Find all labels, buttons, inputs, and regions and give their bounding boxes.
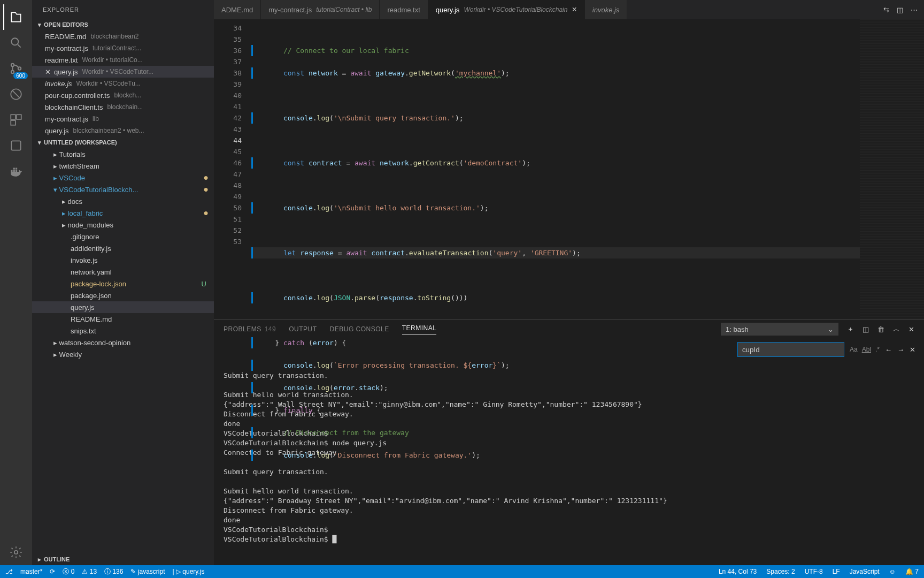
- open-editor-item[interactable]: pour-cup.controller.tsblockch...: [32, 89, 214, 101]
- file-item[interactable]: snips.txt: [32, 325, 214, 337]
- find-prev-icon[interactable]: ←: [885, 346, 892, 354]
- file-item[interactable]: package.json: [32, 290, 214, 301]
- file-item[interactable]: network.yaml: [32, 266, 214, 278]
- editor-tab[interactable]: my-contract.jstutorialContract • lib: [261, 0, 380, 19]
- extensions-icon[interactable]: [3, 107, 29, 133]
- folder-item[interactable]: ▸ Tutorials: [32, 148, 214, 160]
- svg-point-2: [11, 71, 14, 73]
- editor-tab[interactable]: query.jsWorkdir • VSCodeTutorialBlockcha…: [428, 0, 585, 19]
- editor-body[interactable]: 3435363738394041424344454647484950515253…: [214, 19, 924, 319]
- status-infos[interactable]: ⓘ 136: [104, 567, 123, 576]
- split-terminal-icon[interactable]: ◫: [863, 325, 869, 333]
- open-editor-item[interactable]: my-contract.jslib: [32, 113, 214, 125]
- editor-group: ADME.mdmy-contract.jstutorialContract • …: [214, 0, 924, 565]
- branch-name[interactable]: master*: [20, 568, 42, 575]
- trash-icon[interactable]: 🗑: [877, 325, 884, 333]
- svg-point-0: [11, 38, 18, 45]
- folder-item[interactable]: ▾ VSCodeTutorialBlockch...●: [32, 184, 214, 195]
- editor-tab[interactable]: readme.txt: [380, 0, 428, 19]
- svg-point-9: [14, 551, 18, 554]
- line-gutter: 3435363738394041424344454647484950515253: [214, 19, 251, 319]
- open-editor-item[interactable]: invoke.jsWorkdir • VSCodeTu...: [32, 78, 214, 89]
- file-item[interactable]: .gitignore: [32, 231, 214, 242]
- sidebar: EXPLORER ▾OPEN EDITORS README.mdblockcha…: [32, 0, 214, 565]
- file-item[interactable]: README.md: [32, 313, 214, 325]
- svg-rect-8: [11, 141, 20, 150]
- sync-icon[interactable]: ⟳: [50, 568, 55, 575]
- status-lang-server[interactable]: ✎ javascript: [130, 568, 165, 575]
- svg-point-1: [11, 64, 14, 66]
- file-item[interactable]: addIdentity.js: [32, 242, 214, 254]
- status-spaces[interactable]: Spaces: 2: [766, 568, 795, 575]
- folder-item[interactable]: ▸ VSCode●: [32, 172, 214, 184]
- file-item[interactable]: query.js: [32, 301, 214, 313]
- docker-icon[interactable]: [3, 158, 29, 184]
- svg-rect-6: [17, 115, 21, 119]
- open-editor-item[interactable]: README.mdblockchainbean2: [32, 31, 214, 42]
- svg-rect-5: [11, 115, 16, 119]
- search-icon[interactable]: [3, 30, 29, 56]
- match-case-icon[interactable]: Aa: [850, 346, 858, 353]
- file-item[interactable]: invoke.js: [32, 254, 214, 266]
- section-outline[interactable]: ▸OUTLINE: [32, 553, 214, 565]
- editor-tab[interactable]: invoke.js: [585, 0, 628, 19]
- status-language[interactable]: JavaScript: [850, 568, 880, 575]
- branch-icon[interactable]: ⎇: [5, 568, 13, 575]
- folder-item[interactable]: ▸ twitchStream: [32, 160, 214, 172]
- find-next-icon[interactable]: →: [897, 346, 904, 354]
- split-editor-icon[interactable]: ◫: [897, 6, 903, 14]
- explorer-icon[interactable]: [3, 4, 29, 30]
- open-editor-item[interactable]: my-contract.jstutorialContract...: [32, 42, 214, 54]
- scm-badge: 600: [13, 72, 28, 79]
- debug-icon[interactable]: [3, 81, 29, 107]
- folder-item[interactable]: ▸ watson-second-opinion: [32, 337, 214, 348]
- tab-actions: ⇆ ◫ ⋯: [877, 0, 924, 19]
- panel-problems[interactable]: PROBLEMS149: [224, 325, 276, 333]
- folder-item[interactable]: ▸ docs: [32, 195, 214, 207]
- open-editor-item[interactable]: readme.txtWorkdir • tutorialCo...: [32, 54, 214, 66]
- folder-item[interactable]: ▸ local_fabric●: [32, 207, 214, 219]
- section-open-editors[interactable]: ▾OPEN EDITORS: [32, 19, 214, 31]
- find-close-icon[interactable]: ✕: [910, 346, 915, 354]
- svg-rect-7: [11, 120, 16, 125]
- folder-item[interactable]: ▸ Weekly: [32, 348, 214, 360]
- open-editor-item[interactable]: query.jsblockchainbean2 • web...: [32, 125, 214, 136]
- compare-icon[interactable]: ⇆: [883, 6, 889, 14]
- close-icon[interactable]: ✕: [45, 68, 51, 76]
- find-input[interactable]: [737, 342, 844, 357]
- feedback-icon[interactable]: ☺: [889, 568, 896, 575]
- regex-icon[interactable]: .*: [875, 346, 880, 353]
- close-tab-icon[interactable]: ×: [572, 5, 576, 14]
- folder-item[interactable]: ▸ node_modules: [32, 219, 214, 231]
- status-eol[interactable]: LF: [833, 568, 840, 575]
- status-bar: ⎇ master* ⟳ ⓧ 0 ⚠ 13 ⓘ 136 ✎ javascript …: [0, 565, 924, 578]
- sidebar-title: EXPLORER: [32, 0, 214, 19]
- activity-bar: 600: [0, 0, 32, 565]
- editor-tab[interactable]: ADME.md: [214, 0, 261, 19]
- maximize-panel-icon[interactable]: ︿: [893, 324, 900, 334]
- minimap[interactable]: [860, 19, 924, 319]
- settings-gear-icon[interactable]: [3, 539, 29, 565]
- scm-icon[interactable]: 600: [3, 56, 29, 81]
- status-encoding[interactable]: UTF-8: [805, 568, 823, 575]
- tab-bar: ADME.mdmy-contract.jstutorialContract • …: [214, 0, 924, 19]
- status-cursor[interactable]: Ln 44, Col 73: [719, 568, 757, 575]
- terminal-find: Aa Abl .* ← → ✕: [737, 342, 915, 357]
- open-editor-item[interactable]: blockchainClient.tsblockchain...: [32, 101, 214, 113]
- status-file[interactable]: | ▷ query.js: [172, 568, 204, 575]
- section-workspace[interactable]: ▾UNTITLED (WORKSPACE): [32, 136, 214, 148]
- more-icon[interactable]: ⋯: [911, 6, 918, 14]
- code-area[interactable]: // Connect to our local fabric const net…: [251, 19, 860, 319]
- close-panel-icon[interactable]: ✕: [908, 325, 914, 333]
- open-editor-item[interactable]: ✕query.jsWorkdir • VSCodeTutor...: [32, 66, 214, 78]
- match-word-icon[interactable]: Abl: [862, 346, 871, 353]
- blockchain-icon[interactable]: [3, 133, 29, 158]
- notifications-icon[interactable]: 🔔 7: [905, 568, 919, 575]
- status-errors[interactable]: ⓧ 0: [63, 567, 74, 576]
- svg-point-3: [18, 67, 21, 70]
- status-warnings[interactable]: ⚠ 13: [82, 568, 97, 575]
- file-item[interactable]: package-lock.jsonU: [32, 278, 214, 290]
